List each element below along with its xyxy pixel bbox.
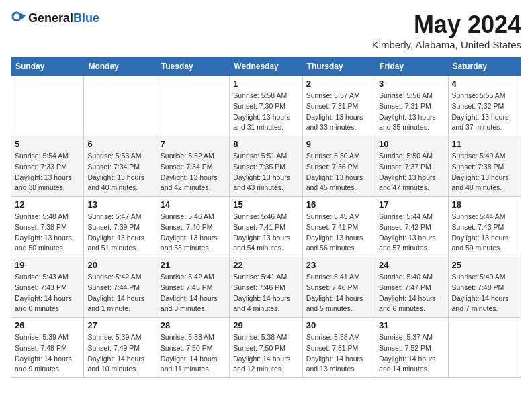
daylight-text: Daylight: 14 hours and 4 minutes. — [233, 294, 290, 313]
calendar-cell: 6 Sunrise: 5:53 AM Sunset: 7:34 PM Dayli… — [84, 136, 157, 197]
day-info: Sunrise: 5:47 AM Sunset: 7:39 PM Dayligh… — [87, 212, 152, 254]
day-info: Sunrise: 5:54 AM Sunset: 7:33 PM Dayligh… — [15, 151, 80, 193]
day-number: 22 — [233, 260, 298, 270]
day-info: Sunrise: 5:55 AM Sunset: 7:32 PM Dayligh… — [452, 91, 517, 133]
calendar-cell: 20 Sunrise: 5:42 AM Sunset: 7:44 PM Dayl… — [84, 257, 157, 318]
sunset-text: Sunset: 7:32 PM — [452, 102, 504, 110]
day-info: Sunrise: 5:44 AM Sunset: 7:42 PM Dayligh… — [379, 212, 444, 254]
day-number: 8 — [233, 139, 298, 149]
sunrise-text: Sunrise: 5:50 AM — [306, 152, 360, 160]
day-info: Sunrise: 5:51 AM Sunset: 7:35 PM Dayligh… — [233, 151, 298, 193]
daylight-text: Daylight: 13 hours and 38 minutes. — [15, 173, 72, 192]
calendar-cell: 27 Sunrise: 5:39 AM Sunset: 7:49 PM Dayl… — [84, 318, 157, 378]
daylight-text: Daylight: 13 hours and 51 minutes. — [87, 234, 144, 253]
daylight-text: Daylight: 14 hours and 6 minutes. — [379, 294, 436, 313]
sunset-text: Sunset: 7:47 PM — [379, 283, 431, 291]
daylight-text: Daylight: 13 hours and 43 minutes. — [233, 173, 290, 192]
day-info: Sunrise: 5:56 AM Sunset: 7:31 PM Dayligh… — [379, 91, 444, 133]
day-info: Sunrise: 5:48 AM Sunset: 7:38 PM Dayligh… — [15, 212, 80, 254]
day-number: 29 — [233, 320, 298, 330]
sunset-text: Sunset: 7:46 PM — [306, 283, 359, 291]
calendar-cell: 7 Sunrise: 5:52 AM Sunset: 7:34 PM Dayli… — [157, 136, 229, 197]
sunrise-text: Sunrise: 5:44 AM — [452, 212, 506, 220]
daylight-text: Daylight: 13 hours and 42 minutes. — [161, 173, 218, 192]
day-number: 14 — [161, 199, 226, 210]
col-header-wednesday: Wednesday — [230, 58, 302, 76]
daylight-text: Daylight: 14 hours and 12 minutes. — [233, 355, 290, 373]
sunset-text: Sunset: 7:38 PM — [15, 223, 67, 231]
col-header-monday: Monday — [84, 58, 157, 76]
day-number: 18 — [452, 199, 517, 210]
calendar-cell: 14 Sunrise: 5:46 AM Sunset: 7:40 PM Dayl… — [157, 197, 229, 257]
sunset-text: Sunset: 7:40 PM — [161, 223, 213, 231]
sunset-text: Sunset: 7:31 PM — [379, 102, 431, 110]
title-area: May 2024 Kimberly, Alabama, United State… — [372, 11, 521, 50]
page-header: GeneralBlue May 2024 Kimberly, Alabama, … — [11, 11, 521, 50]
day-info: Sunrise: 5:39 AM Sunset: 7:48 PM Dayligh… — [15, 332, 80, 375]
calendar-cell: 30 Sunrise: 5:38 AM Sunset: 7:51 PM Dayl… — [302, 318, 375, 378]
sunrise-text: Sunrise: 5:54 AM — [15, 152, 69, 160]
col-header-sunday: Sunday — [11, 58, 84, 76]
calendar-cell: 12 Sunrise: 5:48 AM Sunset: 7:38 PM Dayl… — [11, 197, 84, 257]
calendar-cell — [448, 318, 521, 378]
logo: GeneralBlue — [11, 11, 99, 26]
sunset-text: Sunset: 7:33 PM — [15, 163, 67, 171]
day-info: Sunrise: 5:41 AM Sunset: 7:46 PM Dayligh… — [306, 272, 371, 314]
calendar-cell: 10 Sunrise: 5:50 AM Sunset: 7:37 PM Dayl… — [375, 136, 448, 197]
sunrise-text: Sunrise: 5:38 AM — [306, 333, 360, 341]
logo-text-general: General — [28, 11, 73, 25]
calendar-cell — [11, 76, 84, 136]
calendar-cell: 24 Sunrise: 5:40 AM Sunset: 7:47 PM Dayl… — [375, 257, 448, 318]
calendar-cell — [157, 76, 229, 136]
week-row-5: 26 Sunrise: 5:39 AM Sunset: 7:48 PM Dayl… — [11, 318, 521, 378]
sunrise-text: Sunrise: 5:56 AM — [379, 91, 433, 99]
day-info: Sunrise: 5:40 AM Sunset: 7:48 PM Dayligh… — [452, 272, 517, 314]
daylight-text: Daylight: 14 hours and 1 minute. — [87, 294, 144, 313]
daylight-text: Daylight: 14 hours and 3 minutes. — [161, 294, 218, 313]
calendar-cell: 2 Sunrise: 5:57 AM Sunset: 7:31 PM Dayli… — [302, 76, 375, 136]
calendar-cell: 19 Sunrise: 5:43 AM Sunset: 7:43 PM Dayl… — [11, 257, 84, 318]
day-number: 23 — [306, 260, 371, 270]
week-row-4: 19 Sunrise: 5:43 AM Sunset: 7:43 PM Dayl… — [11, 257, 521, 318]
sunrise-text: Sunrise: 5:55 AM — [452, 91, 506, 99]
daylight-text: Daylight: 13 hours and 37 minutes. — [452, 113, 509, 132]
sunrise-text: Sunrise: 5:41 AM — [306, 273, 360, 281]
col-header-tuesday: Tuesday — [157, 58, 229, 76]
svg-point-1 — [13, 13, 19, 19]
daylight-text: Daylight: 14 hours and 11 minutes. — [161, 355, 218, 373]
calendar-cell: 22 Sunrise: 5:41 AM Sunset: 7:46 PM Dayl… — [230, 257, 302, 318]
col-header-saturday: Saturday — [448, 58, 521, 76]
sunrise-text: Sunrise: 5:58 AM — [233, 91, 287, 99]
sunrise-text: Sunrise: 5:49 AM — [452, 152, 506, 160]
sunset-text: Sunset: 7:43 PM — [15, 283, 67, 291]
calendar-header-row: Sunday Monday Tuesday Wednesday Thursday… — [11, 58, 521, 76]
day-info: Sunrise: 5:38 AM Sunset: 7:50 PM Dayligh… — [233, 332, 298, 375]
day-number: 10 — [379, 139, 444, 149]
day-number: 21 — [161, 260, 226, 270]
day-info: Sunrise: 5:57 AM Sunset: 7:31 PM Dayligh… — [306, 91, 371, 133]
day-info: Sunrise: 5:46 AM Sunset: 7:40 PM Dayligh… — [161, 212, 226, 254]
daylight-text: Daylight: 14 hours and 9 minutes. — [15, 355, 72, 373]
sunset-text: Sunset: 7:36 PM — [306, 163, 359, 171]
daylight-text: Daylight: 14 hours and 0 minutes. — [15, 294, 72, 313]
day-number: 6 — [87, 139, 152, 149]
day-number: 4 — [452, 79, 517, 89]
sunrise-text: Sunrise: 5:51 AM — [233, 152, 287, 160]
daylight-text: Daylight: 13 hours and 59 minutes. — [452, 234, 509, 253]
week-row-1: 1 Sunrise: 5:58 AM Sunset: 7:30 PM Dayli… — [11, 76, 521, 136]
daylight-text: Daylight: 13 hours and 56 minutes. — [306, 234, 363, 253]
sunset-text: Sunset: 7:30 PM — [233, 102, 285, 110]
day-number: 16 — [306, 199, 371, 210]
calendar-cell: 17 Sunrise: 5:44 AM Sunset: 7:42 PM Dayl… — [375, 197, 448, 257]
sunrise-text: Sunrise: 5:43 AM — [15, 273, 69, 281]
sunrise-text: Sunrise: 5:38 AM — [233, 333, 287, 341]
sunset-text: Sunset: 7:45 PM — [161, 283, 213, 291]
calendar-cell: 18 Sunrise: 5:44 AM Sunset: 7:43 PM Dayl… — [448, 197, 521, 257]
sunset-text: Sunset: 7:48 PM — [452, 283, 504, 291]
calendar-cell: 1 Sunrise: 5:58 AM Sunset: 7:30 PM Dayli… — [230, 76, 302, 136]
sunrise-text: Sunrise: 5:38 AM — [161, 333, 214, 341]
svg-marker-2 — [21, 13, 26, 20]
sunset-text: Sunset: 7:37 PM — [379, 163, 431, 171]
calendar-cell: 15 Sunrise: 5:46 AM Sunset: 7:41 PM Dayl… — [230, 197, 302, 257]
col-header-thursday: Thursday — [302, 58, 375, 76]
